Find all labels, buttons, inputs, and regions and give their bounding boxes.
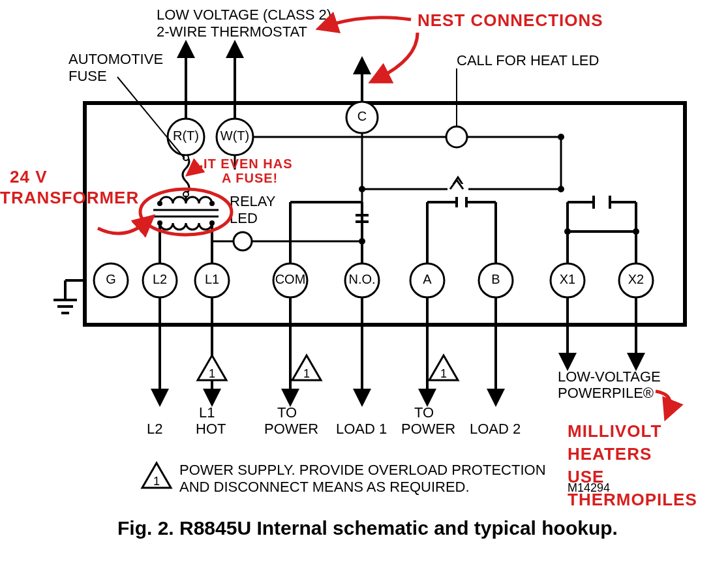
bottom-load1: LOAD 1 (336, 421, 387, 437)
terminal-wt-label: W(T) (220, 128, 249, 143)
relay-led-label: LED (230, 210, 258, 226)
svg-line-10 (117, 77, 185, 158)
auto-fuse-line2: FUSE (68, 68, 107, 84)
annotation-powerpile-arrow (656, 391, 671, 411)
title-line1: LOW VOLTAGE (CLASS 2) (157, 7, 331, 23)
terminal-g-label: G (106, 272, 116, 286)
terminal-l2-label: L2 (153, 272, 167, 286)
svg-point-32 (558, 186, 564, 192)
svg-text:1: 1 (303, 367, 310, 380)
terminal-a-label: A (423, 272, 432, 286)
terminal-no-label: N.O. (348, 272, 375, 286)
relay-label: RELAY (230, 193, 276, 209)
annotation-nest-arrow1 (326, 18, 411, 26)
bottom-to1a: TO (277, 404, 297, 421)
annotation-mv2: HEATERS (568, 444, 652, 464)
figure-caption: Fig. 2. R8845U Internal schematic and ty… (117, 517, 618, 539)
annotation-nest: NEST CONNECTIONS (417, 10, 603, 30)
svg-point-33 (558, 134, 564, 140)
terminal-x1-label: X1 (560, 272, 575, 286)
note-triangle-1: 1 (198, 355, 226, 380)
svg-text:1: 1 (209, 367, 215, 380)
bottom-l1a: L1 (199, 404, 215, 421)
terminal-b-label: B (491, 272, 500, 286)
bottom-lvp2: POWERPILE® (558, 385, 654, 401)
annotation-transformer: TRANSFORMER (0, 188, 139, 207)
annotation-fuse-arrow (192, 166, 202, 171)
auto-fuse-line1: AUTOMOTIVE (68, 51, 163, 67)
terminal-x2-label: X2 (628, 272, 644, 286)
bottom-lvp1: LOW-VOLTAGE (558, 368, 661, 385)
note-triangle-3: 1 (429, 355, 458, 380)
svg-point-58 (633, 228, 639, 235)
annotation-mv4: THERMOPILES (568, 490, 697, 509)
call-for-heat-label: CALL FOR HEAT LED (457, 52, 599, 68)
title-line2: 2-WIRE THERMOSTAT (157, 23, 307, 40)
annotation-fuse1: IT EVEN HAS (204, 157, 293, 171)
annotation-xfmr-arrow (98, 222, 147, 233)
bottom-load2: LOAD 2 (470, 421, 521, 437)
annotation-mv1: MILLIVOLT (568, 421, 661, 441)
bottom-to2a: TO (414, 404, 434, 421)
annotation-24v: 24 V (10, 167, 48, 187)
transformer-icon (153, 197, 219, 230)
bottom-to1b: POWER (264, 421, 318, 437)
bottom-to2b: POWER (401, 421, 455, 437)
note-triangle-2: 1 (292, 355, 321, 380)
bottom-l1b: HOT (196, 421, 226, 437)
terminal-com-label: COM (275, 272, 306, 286)
svg-point-16 (209, 220, 215, 226)
bottom-l2: L2 (147, 421, 162, 437)
svg-point-14 (209, 201, 215, 206)
terminal-l1-label: L1 (205, 272, 219, 286)
legend-line1: POWER SUPPLY. PROVIDE OVERLOAD PROTECTIO… (179, 462, 546, 478)
annotation-fuse2: A FUSE! (222, 171, 278, 185)
legend-line2: AND DISCONNECT MEANS AS REQUIRED. (179, 479, 470, 495)
legend-triangle: 1 (142, 463, 171, 488)
svg-point-57 (564, 228, 571, 235)
call-led-icon (446, 127, 467, 147)
terminal-rt-label: R(T) (173, 128, 199, 143)
svg-text:1: 1 (440, 367, 447, 380)
relay-led-icon (234, 232, 252, 250)
terminal-row: G L2 L1 COM N.O. A B X1 X2 (94, 263, 653, 297)
annotation-mv3: USE (568, 467, 604, 486)
svg-text:1: 1 (153, 475, 160, 488)
svg-point-15 (157, 220, 162, 226)
annotation-nest-arrow2 (378, 33, 417, 78)
terminal-c-label: C (357, 109, 367, 123)
